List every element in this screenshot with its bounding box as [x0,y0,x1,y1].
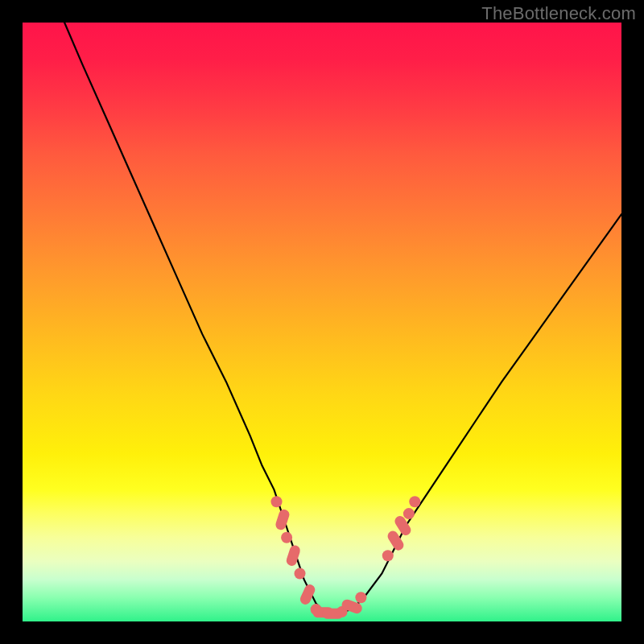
bottleneck-curve [64,23,621,614]
curve-markers [271,496,421,619]
marker-dot [271,496,283,507]
chart-svg [23,23,621,621]
marker-dot [382,550,394,561]
chart-frame [23,23,621,621]
marker-pill [275,508,291,531]
marker-dot [355,592,366,603]
marker-dot [281,532,292,543]
marker-dot [403,508,415,519]
marker-dot [295,568,306,580]
marker-pill [299,583,317,606]
marker-dot [409,496,420,507]
watermark-text: TheBottleneck.com [481,3,636,24]
